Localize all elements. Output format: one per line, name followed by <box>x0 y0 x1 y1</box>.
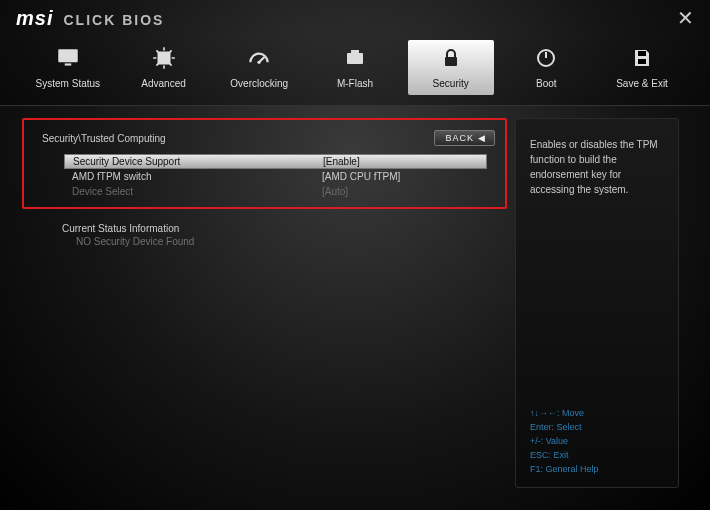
nav-label: M-Flash <box>337 78 373 89</box>
help-text: Enables or disables the TPM function to … <box>530 137 666 197</box>
nav-label: Advanced <box>141 78 185 89</box>
close-icon[interactable]: ✕ <box>677 6 694 30</box>
svg-rect-10 <box>638 51 646 56</box>
nav-security[interactable]: Security <box>408 40 494 95</box>
nav-save-exit[interactable]: Save & Exit <box>599 40 685 95</box>
breadcrumb: Security\Trusted Computing <box>42 133 166 144</box>
svg-rect-2 <box>157 52 170 65</box>
back-button[interactable]: BACK ◀ <box>434 130 495 146</box>
svg-rect-11 <box>638 59 646 64</box>
hint-line: F1: General Help <box>530 463 666 477</box>
power-icon <box>528 44 564 72</box>
nav-label: Save & Exit <box>616 78 668 89</box>
nav-advanced[interactable]: Advanced <box>121 40 207 95</box>
lock-icon <box>433 44 469 72</box>
setting-value: [Auto] <box>322 186 348 197</box>
status-info: Current Status Information NO Security D… <box>22 209 507 247</box>
back-arrow-icon: ◀ <box>478 133 486 143</box>
nav-label: System Status <box>36 78 100 89</box>
setting-label: Security Device Support <box>73 156 323 167</box>
setting-value: [AMD CPU fTPM] <box>322 171 400 182</box>
setting-label: Device Select <box>72 186 322 197</box>
hint-line: +/-: Value <box>530 435 666 449</box>
help-panel: Enables or disables the TPM function to … <box>515 118 679 488</box>
svg-rect-6 <box>351 50 359 54</box>
settings-list: Security Device Support [Enable] AMD fTP… <box>24 154 505 199</box>
setting-security-device-support[interactable]: Security Device Support [Enable] <box>64 154 487 169</box>
setting-amd-ftpm-switch[interactable]: AMD fTPM switch [AMD CPU fTPM] <box>64 169 487 184</box>
highlight-frame: Security\Trusted Computing BACK ◀ Securi… <box>22 118 507 209</box>
nav-label: Security <box>433 78 469 89</box>
svg-rect-5 <box>347 53 363 64</box>
setting-value: [Enable] <box>323 156 360 167</box>
top-nav: System Status Advanced Overclocking M-Fl… <box>0 32 710 106</box>
hint-line: ESC: Exit <box>530 449 666 463</box>
brand: msi CLICK BIOS <box>16 7 164 30</box>
nav-label: Boot <box>536 78 557 89</box>
nav-system-status[interactable]: System Status <box>25 40 111 95</box>
svg-rect-7 <box>445 57 457 66</box>
brand-logo: msi <box>16 7 53 30</box>
save-icon <box>624 44 660 72</box>
nav-overclocking[interactable]: Overclocking <box>216 40 302 95</box>
flash-icon <box>337 44 373 72</box>
monitor-icon <box>50 44 86 72</box>
gauge-icon <box>241 44 277 72</box>
brand-title: CLICK BIOS <box>63 12 164 28</box>
chip-icon <box>146 44 182 72</box>
key-hints: ↑↓→←: Move Enter: Select +/-: Value ESC:… <box>530 407 666 477</box>
nav-label: Overclocking <box>230 78 288 89</box>
back-label: BACK <box>445 133 474 143</box>
svg-rect-1 <box>65 63 72 65</box>
nav-boot[interactable]: Boot <box>503 40 589 95</box>
setting-device-select[interactable]: Device Select [Auto] <box>64 184 487 199</box>
status-line: NO Security Device Found <box>62 234 489 247</box>
svg-rect-0 <box>58 49 78 62</box>
svg-line-4 <box>259 57 264 62</box>
hint-line: Enter: Select <box>530 421 666 435</box>
nav-mflash[interactable]: M-Flash <box>312 40 398 95</box>
status-heading: Current Status Information <box>62 223 489 234</box>
setting-label: AMD fTPM switch <box>72 171 322 182</box>
hint-line: ↑↓→←: Move <box>530 407 666 421</box>
